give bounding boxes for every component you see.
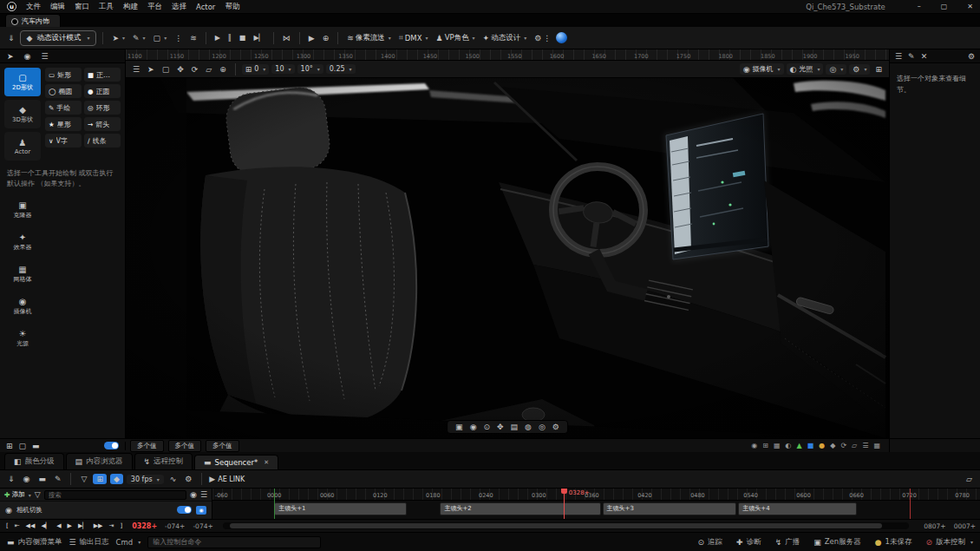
- step-forward-button[interactable]: ▶▏: [76, 522, 89, 529]
- range-end-bracket-button[interactable]: ]: [118, 522, 124, 529]
- range-offset-field[interactable]: 0007+: [954, 522, 976, 530]
- shape-tool-button[interactable]: ✎ 手绘: [45, 101, 82, 115]
- actor-tab-icon[interactable]: ◉: [24, 52, 31, 61]
- transform-multi-value-field[interactable]: 多个值: [168, 440, 202, 452]
- menu-item[interactable]: 工具: [99, 2, 114, 12]
- category-button[interactable]: ▣ 克隆器: [4, 196, 41, 225]
- blue-sphere-icon[interactable]: [556, 32, 567, 43]
- panel-tab[interactable]: ↯ 远程控制 ✕: [134, 453, 193, 469]
- shape-tool-button[interactable]: ∨ V字: [45, 134, 82, 148]
- play-button[interactable]: ▶: [66, 522, 74, 529]
- category-button[interactable]: ♟ Actor: [4, 132, 41, 161]
- gear-icon[interactable]: ⚙: [968, 52, 975, 61]
- edit-button[interactable]: ✎: [52, 473, 64, 485]
- viewport-capture-icon[interactable]: ▣: [455, 423, 463, 431]
- pointer-tab-icon[interactable]: ➤: [7, 52, 14, 61]
- camera-cut-clip[interactable]: 主镜头+3: [603, 502, 737, 515]
- curve-editor-button[interactable]: ∿: [167, 473, 180, 485]
- edit-icon[interactable]: ✎: [908, 52, 915, 61]
- select-button[interactable]: ➤: [145, 63, 157, 75]
- menu-item[interactable]: 帮助: [225, 2, 239, 12]
- menu-item[interactable]: 选择: [172, 2, 186, 12]
- filter-icon[interactable]: ▽: [35, 490, 41, 499]
- panel-tab[interactable]: ◧ 颜色分级 ✕: [4, 453, 64, 469]
- frame-skip-button[interactable]: ▶▏: [251, 32, 266, 43]
- select-tool-button[interactable]: ➤▾: [109, 32, 127, 44]
- camera-cut-clip[interactable]: 主镜头+1: [274, 502, 407, 515]
- category-button[interactable]: ▦ 网格体: [4, 260, 41, 289]
- pause-button[interactable]: ‖: [225, 32, 234, 43]
- filter-button[interactable]: ▽: [78, 473, 89, 485]
- show-flags-dropdown[interactable]: ◎▾: [826, 64, 846, 75]
- shape-tool-button[interactable]: ◎ 环形: [84, 101, 121, 115]
- fps-dropdown[interactable]: 30 fps▾: [127, 475, 164, 484]
- camera-lock-toggle[interactable]: [177, 506, 192, 514]
- footer-icon[interactable]: ◆: [830, 442, 835, 449]
- settings-icon[interactable]: ⚙: [552, 423, 559, 431]
- footer-icon[interactable]: ▲: [797, 442, 802, 449]
- statusbar-item[interactable]: ↯ 广播: [775, 537, 806, 548]
- menu-item[interactable]: Actor: [196, 3, 215, 11]
- more-tools-button[interactable]: ⋮: [172, 32, 185, 44]
- pixel-streaming-dropdown[interactable]: ≋ 像素流送 ▾: [344, 31, 394, 45]
- editor-mode-dropdown[interactable]: ◆ 动态设计模式 ▾: [20, 30, 97, 46]
- seq-ruler[interactable]: -060000000600120018002400300036004200480…: [212, 489, 980, 501]
- pin-icon[interactable]: ◍: [525, 423, 532, 431]
- add-track-button[interactable]: ✚ 添加 ▾: [4, 490, 31, 499]
- platforms-button[interactable]: ⊕: [320, 32, 332, 44]
- category-button[interactable]: ◉ 摄像机: [4, 292, 41, 321]
- camera-cut-clip[interactable]: 主镜头+2: [440, 502, 600, 515]
- menu-icon[interactable]: ☰: [895, 52, 902, 61]
- statusbar-item[interactable]: ⊘ 版本控制 ▾: [925, 537, 973, 548]
- save-button[interactable]: ⇓: [5, 32, 17, 44]
- category-button[interactable]: ✦ 效果器: [4, 228, 41, 257]
- footer-icon[interactable]: ■: [807, 442, 814, 449]
- camera-icon[interactable]: ◉: [190, 490, 197, 499]
- menu-item[interactable]: 编辑: [50, 2, 65, 12]
- camera-icon[interactable]: ◉: [470, 423, 477, 431]
- play-in-editor-button[interactable]: ▶: [306, 32, 317, 44]
- camera-cut-clip[interactable]: 主镜头+4: [738, 502, 856, 515]
- camera-cuts-track-row[interactable]: ◉ 相机切换 ◉: [0, 502, 212, 518]
- grid-icon[interactable]: ⊞: [6, 442, 13, 450]
- box-tool-button[interactable]: ▢▾: [151, 32, 170, 44]
- footer-icon[interactable]: ●: [819, 442, 825, 449]
- footer-icon[interactable]: ☰: [862, 442, 868, 449]
- play-reverse-button[interactable]: ◀: [55, 522, 62, 529]
- output-log-button[interactable]: ☰ 输出日志: [69, 537, 109, 548]
- shape-tool-button[interactable]: ■ 正方形: [84, 68, 121, 82]
- ue-logo-icon[interactable]: u: [7, 2, 16, 11]
- scale-snap-dropdown[interactable]: 0.25▾: [326, 64, 356, 74]
- statusbar-item[interactable]: ⊙ 追踪: [698, 537, 728, 548]
- menu-item[interactable]: 文件: [26, 2, 41, 12]
- statusbar-item[interactable]: ▣ Zen服务器: [813, 537, 866, 548]
- close-icon[interactable]: ✕: [921, 52, 928, 61]
- close-icon[interactable]: ✕: [264, 459, 269, 466]
- move-icon[interactable]: ✥: [497, 423, 504, 431]
- surface-snap-dropdown[interactable]: ⊞0▾: [242, 64, 270, 75]
- sequencer-save-button[interactable]: ⇓: [5, 473, 17, 485]
- scale-button[interactable]: ▱: [203, 63, 214, 75]
- mesh-icon[interactable]: ▬: [32, 442, 40, 450]
- render-movie-button[interactable]: ▬: [36, 473, 49, 485]
- expand-sequencer-button[interactable]: ▱: [964, 473, 975, 485]
- dmx-dropdown[interactable]: ⌗ DMX ▾: [396, 31, 431, 44]
- camera-view-button[interactable]: ◉: [196, 506, 206, 515]
- marquee-button[interactable]: ▢: [160, 63, 173, 75]
- world-space-button[interactable]: ⊕: [217, 63, 229, 75]
- shape-tool-button[interactable]: / 线条: [84, 134, 121, 148]
- sequencer-timeline[interactable]: -060000000600120018002400300036004200480…: [212, 489, 980, 519]
- maximize-button[interactable]: ▢: [941, 3, 948, 10]
- ae-link-button[interactable]: ▶AE LINK: [209, 475, 245, 483]
- sequencer-settings-button[interactable]: ⚙: [182, 473, 194, 485]
- range-end-field[interactable]: 0807+: [924, 522, 945, 530]
- landscape-tool-button[interactable]: ≋: [187, 32, 199, 44]
- snap-toggle[interactable]: [104, 442, 119, 449]
- viewport-settings-dropdown[interactable]: ⚙▾: [849, 64, 870, 75]
- auto-key-toggle[interactable]: ◆: [110, 474, 123, 484]
- seq-track-area[interactable]: 主镜头+1主镜头+2主镜头+3主镜头+4: [212, 501, 980, 518]
- grid-snap-dropdown[interactable]: 10▾: [271, 64, 294, 74]
- track-search-input[interactable]: [44, 490, 186, 500]
- footer-icon[interactable]: ⊞: [762, 442, 768, 449]
- statusbar-item[interactable]: ● 1未保存: [875, 537, 918, 548]
